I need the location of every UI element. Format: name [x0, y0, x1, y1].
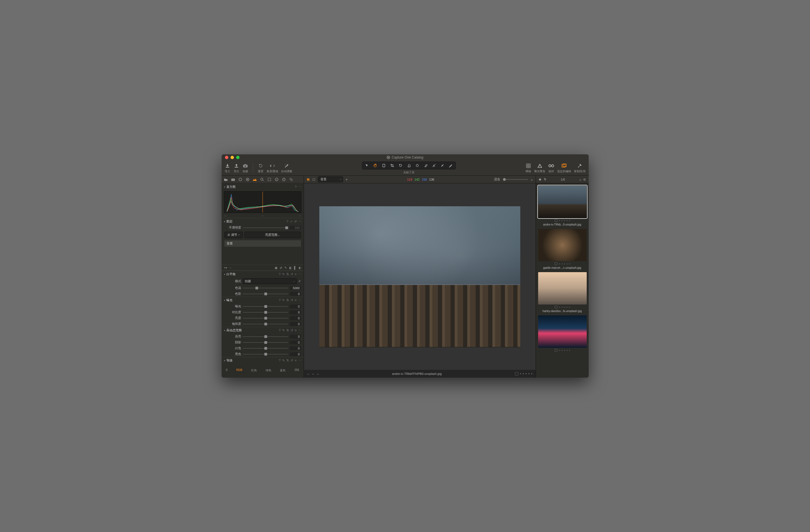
black-value[interactable]: 0 — [290, 352, 301, 356]
levels-header[interactable]: ▾等级 ?✎⇅↺≡⋯ — [222, 357, 304, 364]
viewer-canvas[interactable] — [304, 183, 536, 370]
shadow-value[interactable]: 0 — [290, 340, 301, 344]
mask-view-icon[interactable]: ▣ — [275, 266, 277, 270]
exposure-slider[interactable] — [243, 305, 288, 308]
menu-icon[interactable]: ⋯ — [298, 359, 302, 362]
levels-red-tab[interactable]: 红色 — [251, 368, 257, 372]
reset-button[interactable]: 重置 — [258, 163, 264, 173]
layer-item-background[interactable]: 背景 — [224, 240, 301, 247]
lens-tab[interactable] — [238, 177, 243, 182]
output-tab[interactable] — [281, 177, 286, 182]
thumbnail-rating[interactable] — [538, 219, 586, 222]
black-slider[interactable] — [243, 352, 288, 356]
preset-icon[interactable]: ≡ — [295, 328, 296, 332]
rotate-tool[interactable] — [398, 163, 403, 168]
tint-value[interactable]: 0 — [290, 292, 301, 296]
minimize-window[interactable] — [230, 156, 234, 159]
brightness-value[interactable]: 0 — [290, 316, 301, 320]
help-icon[interactable]: ? — [295, 185, 296, 189]
brightness-slider[interactable] — [243, 316, 288, 320]
details-tab[interactable] — [260, 177, 264, 182]
thumbnail-item[interactable]: harley-davidso...fs-unsplash.jpg — [538, 272, 586, 312]
copy-icon[interactable]: ⇅ — [286, 328, 289, 332]
preset-icon[interactable]: ≡ — [295, 272, 296, 276]
visibility-icon[interactable]: ◉ — [539, 178, 541, 181]
copy-icon[interactable]: ⇅ — [286, 272, 289, 276]
reset-icon[interactable]: ↺ — [291, 328, 293, 332]
radial-mask-icon[interactable]: ◐ — [299, 266, 302, 270]
edit-selected-button[interactable]: 选定的编辑 — [557, 163, 571, 173]
temp-slider[interactable] — [243, 286, 288, 290]
browser-filter-icon[interactable]: ⑆ — [584, 178, 586, 181]
exposure-value[interactable]: 0 — [290, 305, 301, 308]
menu-icon[interactable]: ⋯ — [298, 185, 302, 189]
thumbnail-item[interactable]: andre-iv-TRkb...0-unsplash.jpg — [538, 186, 586, 226]
auto-adjust-button[interactable]: 自动调整 — [281, 163, 292, 173]
help-icon[interactable]: ? — [286, 220, 288, 223]
menu-icon[interactable]: ⋯ — [298, 272, 302, 276]
help-icon[interactable]: ? — [279, 272, 280, 276]
brush-tool[interactable] — [423, 163, 428, 168]
reset-icon[interactable]: ↺ — [294, 220, 297, 223]
contrast-slider[interactable] — [243, 310, 288, 314]
expand-icon[interactable]: ⤢ — [290, 220, 292, 223]
hdr-header[interactable]: ▾高动态范围 ?✎⇅↺≡⋯ — [222, 327, 304, 334]
help-icon[interactable]: ? — [279, 299, 280, 302]
exposure-header[interactable]: ▾曝光 ?✎⇅↺≡⋯ — [222, 297, 304, 303]
layers-header[interactable]: ▾图层 ?⤢↺⋯ — [222, 218, 304, 225]
view-grid-icon[interactable]: ▦ — [307, 178, 310, 181]
saturation-value[interactable]: 0 — [290, 322, 301, 326]
exposure-tab[interactable] — [252, 177, 257, 182]
heal-tool[interactable] — [440, 163, 445, 168]
white-balance-header[interactable]: ▾白平衡 ?✎⇅↺≡⋯ — [222, 271, 304, 277]
highlight-slider[interactable] — [243, 335, 288, 339]
help-icon[interactable]: ? — [279, 328, 280, 332]
sort-icon[interactable]: ⇅ — [544, 178, 546, 181]
zoom-search-icon[interactable]: ⌕ — [531, 178, 533, 181]
adjustments-tab[interactable] — [267, 177, 272, 182]
import-button[interactable]: 导入 — [224, 163, 230, 173]
library-tab[interactable] — [223, 177, 228, 182]
thumbnail-rating[interactable] — [538, 262, 586, 265]
histogram-header[interactable]: ▾直方图 ?⋯ — [222, 183, 304, 190]
white-value[interactable]: 0 — [290, 346, 301, 350]
zoom-slider-icon[interactable] — [503, 179, 528, 180]
preset-icon[interactable]: ≡ — [295, 299, 296, 302]
keystone-tool[interactable] — [406, 163, 411, 168]
picker-icon[interactable]: ✎ — [282, 328, 285, 332]
copy-apply-button[interactable]: 复制/应用 — [574, 163, 586, 173]
copy-icon[interactable]: ⇅ — [286, 299, 289, 302]
add-variant-icon[interactable]: + — [346, 178, 347, 181]
undo-redo-button[interactable]: 复原/重做 — [266, 163, 278, 173]
wb-picker-icon[interactable]: ✐ — [298, 279, 301, 283]
exposure-warning-button[interactable]: 曝光警告 — [534, 163, 546, 173]
erase-mask-icon[interactable]: ◧ — [289, 266, 292, 270]
browser-search-icon[interactable]: ⌕ — [580, 178, 581, 181]
luma-range-button[interactable]: 亮度范围... — [244, 232, 301, 238]
view-single-icon[interactable]: ▢ — [312, 178, 315, 181]
reset-icon[interactable]: ↺ — [291, 359, 293, 362]
menu-icon[interactable]: ⋯ — [298, 299, 302, 302]
proof-button[interactable]: 校对 — [548, 163, 554, 173]
picker-icon[interactable]: ✎ — [282, 359, 285, 362]
grid-button[interactable]: 网格 — [525, 163, 532, 173]
gradient-tool[interactable] — [432, 163, 437, 168]
preset-icon[interactable]: ≡ — [295, 359, 296, 362]
opacity-value[interactable]: 100 — [290, 226, 301, 230]
viewer-rating[interactable] — [515, 372, 532, 375]
select-tool[interactable] — [364, 163, 370, 168]
temp-value[interactable]: 5000 — [290, 286, 301, 290]
metadata-tab[interactable]: i — [274, 177, 279, 182]
picker-icon[interactable]: ✎ — [282, 299, 285, 302]
remove-layer-icon[interactable]: − — [229, 266, 231, 269]
annotate-tool[interactable] — [448, 163, 453, 168]
viewer-layer-select[interactable]: 背景 — [318, 176, 343, 182]
help-icon[interactable]: ? — [279, 359, 280, 362]
adjust-layer-button[interactable]: ☰调节▾ — [224, 232, 243, 238]
eyedrop-mask-icon[interactable]: ✎ — [285, 266, 287, 270]
thumbnail-item[interactable]: gaelle-marcel-...c-unsplash.jpg — [538, 229, 586, 269]
levels-green-tab[interactable]: 绿色 — [266, 368, 271, 372]
tint-slider[interactable] — [243, 292, 288, 296]
batch-tab[interactable] — [289, 177, 294, 182]
contrast-value[interactable]: 0 — [290, 310, 301, 314]
